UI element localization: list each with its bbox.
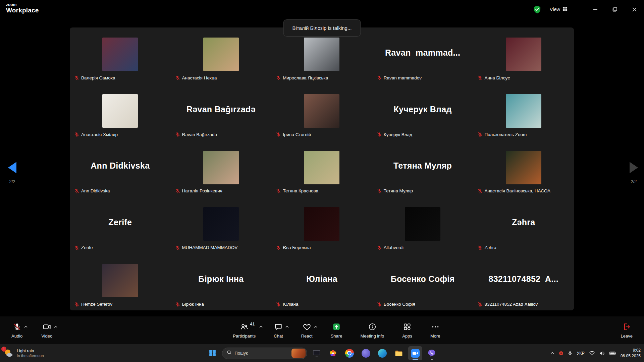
- mic-muted-icon: [276, 189, 281, 193]
- participant-grid: Валерія СамохаАнастасія НехцаМирослава Я…: [70, 27, 574, 310]
- participant-tile[interactable]: Анастасія Нехца: [171, 27, 272, 84]
- chevron-up-icon[interactable]: [54, 323, 58, 329]
- maximize-button[interactable]: [605, 0, 625, 19]
- participant-name-label: Юліана: [283, 302, 298, 307]
- gallery-next-page-button[interactable]: 2/2: [630, 162, 638, 184]
- tray-mic-icon[interactable]: [568, 351, 572, 356]
- mic-muted-icon: [74, 245, 79, 250]
- participant-tile[interactable]: Тетяна Краснова: [271, 141, 372, 197]
- participant-tile[interactable]: Анастасія Хміляр: [70, 84, 171, 141]
- chevron-up-icon[interactable]: [285, 323, 289, 329]
- taskbar-app-viber[interactable]: [425, 346, 439, 360]
- participant-tile[interactable]: Ravan mammad...Ravan mammadov: [372, 27, 473, 84]
- chat-label: Chat: [274, 334, 283, 339]
- participant-tile[interactable]: ZerifeZerife: [70, 197, 171, 254]
- mic-muted-icon: [478, 75, 482, 80]
- participant-tile[interactable]: Анна Білоус: [473, 27, 574, 84]
- react-button[interactable]: React: [301, 322, 313, 339]
- taskbar-app-monitor-app[interactable]: [310, 346, 324, 360]
- taskbar-clock[interactable]: 9:02 06.05.2025: [621, 348, 641, 358]
- participant-tile[interactable]: Кучерук ВладКучерук Влад: [372, 84, 473, 141]
- weather-detail: In the afternoon: [17, 354, 44, 358]
- chevron-up-icon[interactable]: [259, 323, 263, 329]
- participants-button[interactable]: 41Participants: [233, 322, 256, 339]
- participant-name-tag: Юліана: [276, 302, 298, 307]
- search-highlight-image[interactable]: [291, 349, 306, 358]
- participant-tile[interactable]: Валерія Самоха: [70, 27, 171, 84]
- participant-tile[interactable]: 83211074852 A...83211074852 Azad Xalilov: [473, 254, 574, 310]
- taskbar-search[interactable]: Пошук: [222, 348, 307, 359]
- participant-video: [304, 38, 339, 71]
- participant-display-name: Zerife: [70, 197, 171, 248]
- more-button[interactable]: More: [430, 322, 440, 339]
- participant-tile[interactable]: Həmzə Səfərov: [70, 254, 171, 310]
- participant-name-tag: Тетяна Краснова: [276, 188, 318, 193]
- participant-tile[interactable]: Тетяна МулярТетяна Муляр: [372, 141, 473, 197]
- encryption-shield-icon[interactable]: [533, 5, 541, 14]
- chevron-up-icon[interactable]: [314, 323, 318, 329]
- chevron-up-icon[interactable]: [24, 323, 28, 329]
- leave-label: Leave: [621, 334, 633, 339]
- volume-icon[interactable]: [599, 351, 605, 356]
- mic-muted-icon: [377, 189, 382, 193]
- participant-tile[interactable]: Босенко СофіяБосенко Софія: [372, 254, 473, 310]
- participant-tile[interactable]: ZəhraZəhra: [473, 197, 574, 254]
- search-placeholder: Пошук: [235, 351, 248, 356]
- share-button[interactable]: Share: [331, 322, 342, 339]
- video-button[interactable]: Video: [41, 322, 52, 339]
- participant-video: [304, 151, 339, 184]
- participant-tile[interactable]: Ірина Стогній: [271, 84, 372, 141]
- meeting-info-button[interactable]: Meeting info: [360, 322, 384, 339]
- taskbar-app-purple-app[interactable]: [359, 346, 373, 360]
- start-button[interactable]: [206, 346, 220, 360]
- taskbar-app-file-explorer[interactable]: [392, 346, 406, 360]
- participant-name-label: Rəvan Bağırzadə: [182, 132, 217, 137]
- taskbar-app-edge[interactable]: [375, 346, 389, 360]
- participant-tile[interactable]: Пользователь Zoom: [473, 84, 574, 141]
- apps-button[interactable]: Apps: [402, 322, 412, 339]
- mic-muted-icon: [377, 75, 382, 80]
- active-speaker-toast: Віталій Білозір is talking...: [283, 19, 361, 37]
- participant-name-label: MUHAMMAD MAMMADOV: [182, 245, 238, 250]
- participant-name-tag: Анастасія Хміляр: [74, 132, 118, 137]
- weather-widget[interactable]: 1 Light rain In the afternoon: [3, 348, 44, 358]
- participant-name-tag: Валерія Самоха: [74, 75, 115, 80]
- mic-muted-icon: [478, 302, 482, 307]
- participant-tile[interactable]: Наталія Розінкевич: [171, 141, 272, 197]
- taskbar-apps: [310, 346, 439, 360]
- gallery-prev-page-button[interactable]: 2/2: [8, 162, 16, 184]
- participant-video: [506, 94, 541, 128]
- participant-tile[interactable]: Бірюк ІннаБірюк Інна: [171, 254, 272, 310]
- participant-name-tag: Єва Бережна: [276, 245, 311, 250]
- participant-tile[interactable]: Rəvan BağırzadəRəvan Bağırzadə: [171, 84, 272, 141]
- taskbar-app-pinwheel-app[interactable]: [326, 346, 340, 360]
- participant-tile[interactable]: ЮліанаЮліана: [271, 254, 372, 310]
- participants-label: Participants: [233, 334, 256, 339]
- wifi-icon[interactable]: [589, 351, 595, 356]
- close-button[interactable]: [625, 0, 644, 19]
- participant-tile[interactable]: MUHAMMAD MAMMADOV: [171, 197, 272, 254]
- battery-icon[interactable]: [609, 351, 616, 355]
- mic-muted-icon: [74, 132, 79, 137]
- view-button[interactable]: View: [550, 6, 568, 12]
- tray-expand-chevron-icon[interactable]: [550, 352, 554, 355]
- participant-tile[interactable]: Allahverdi: [372, 197, 473, 254]
- titlebar-right-controls: View: [533, 0, 644, 19]
- language-indicator[interactable]: УКР: [577, 351, 585, 356]
- mic-muted-icon: [175, 75, 180, 80]
- minimize-button[interactable]: [586, 0, 605, 19]
- tray-red-status-icon[interactable]: [559, 351, 564, 356]
- participant-tile[interactable]: Єва Бережна: [271, 197, 372, 254]
- taskbar-app-zoom[interactable]: [408, 346, 422, 360]
- chat-button[interactable]: Chat: [274, 322, 283, 339]
- taskbar-app-chrome[interactable]: [342, 346, 357, 360]
- audio-button[interactable]: Audio: [11, 322, 22, 339]
- leave-button[interactable]: Leave: [621, 322, 633, 339]
- mic-muted-icon: [74, 75, 79, 80]
- participant-video: [203, 151, 239, 184]
- participant-video: [102, 94, 138, 128]
- participant-name-tag: Мирослава Яцківська: [276, 75, 328, 80]
- participant-tile[interactable]: Анастасія Валіновська, НАСОА: [473, 141, 574, 197]
- participant-tile[interactable]: Ann DidkivskaAnn Didkivska: [70, 141, 171, 197]
- view-label: View: [550, 7, 560, 12]
